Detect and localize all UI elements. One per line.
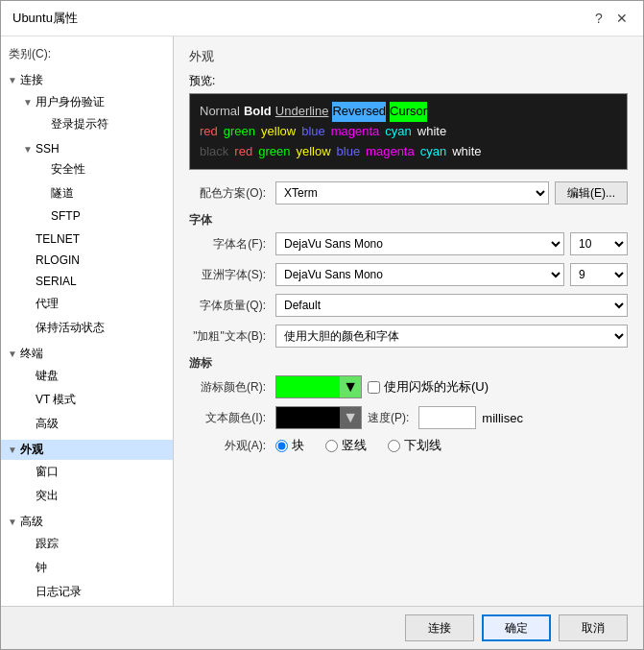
radio-vline[interactable] xyxy=(325,440,338,452)
font-name-row: 字体名(F): DejaVu Sans Mono Courier New 8 9… xyxy=(189,232,628,255)
radio-block-label[interactable]: 块 xyxy=(275,437,304,454)
preview-normal: Normal xyxy=(200,102,240,122)
conn-toggle: ▼ xyxy=(5,75,20,85)
radio-underline-text: 下划线 xyxy=(404,437,441,454)
preview-label: 预览: xyxy=(189,73,628,89)
sidebar-item-sftp[interactable]: SFTP xyxy=(32,205,173,227)
sidebar-item-clock[interactable]: 钟 xyxy=(16,556,173,580)
appearance-row: 外观(A): 块 竖线 下划线 xyxy=(189,437,628,454)
sidebar-item-serial[interactable]: SERIAL xyxy=(16,271,173,292)
speed-input[interactable] xyxy=(418,406,476,429)
sidebar-item-terminal[interactable]: ▼ 终端 键盘 VT 模式 xyxy=(1,342,173,438)
speed-unit: millisec xyxy=(482,411,523,425)
edit-button[interactable]: 编辑(E)... xyxy=(555,181,628,205)
preview-colors-1: red green yellow blue magenta cyan white xyxy=(200,122,617,142)
sidebar-item-auth[interactable]: ▼ 用户身份验证 登录提示符 xyxy=(16,90,173,138)
asian-font-row: 亚洲字体(S): DejaVu Sans Mono 8 9 10 xyxy=(189,263,628,286)
cursor-section-label: 游标 xyxy=(189,355,628,372)
font-size-select[interactable]: 8 9 10 11 12 xyxy=(570,232,628,255)
text-color-button[interactable]: ▼ xyxy=(275,406,362,429)
sidebar-item-keyboard[interactable]: 键盘 xyxy=(16,364,173,388)
sidebar-item-rlogin[interactable]: RLOGIN xyxy=(16,250,173,271)
title-bar: Ubuntu属性 ? ✕ xyxy=(1,1,643,36)
font-name-label: 字体名(F): xyxy=(189,236,275,253)
main-content: 类别(C): ▼ 连接 ▼ 用户身份验证 xyxy=(1,36,643,606)
asian-font-size-select[interactable]: 8 9 10 xyxy=(570,263,628,286)
sidebar: 类别(C): ▼ 连接 ▼ 用户身份验证 xyxy=(1,36,174,606)
sidebar-item-highlight[interactable]: 突出 xyxy=(16,484,173,508)
ok-button[interactable]: 确定 xyxy=(482,614,551,641)
cursor-color-row: 游标颜色(R): ▼ 使用闪烁的光标(U) xyxy=(189,375,628,398)
radio-block[interactable] xyxy=(275,440,288,452)
cancel-button[interactable]: 取消 xyxy=(559,614,628,641)
preview-cursor: Cursor xyxy=(390,102,427,122)
asian-font-select[interactable]: DejaVu Sans Mono xyxy=(275,263,564,286)
bold-text-row: "加粗"文本(B): 使用大胆的颜色和字体 仅使用大胆的颜色 仅使用大胆的字体 xyxy=(189,325,628,348)
preview-bold: Bold xyxy=(244,102,272,122)
sidebar-item-appearance[interactable]: ▼ 外观 窗口 突出 xyxy=(1,438,173,510)
font-name-select[interactable]: DejaVu Sans Mono Courier New xyxy=(275,232,564,255)
auth-children: 登录提示符 xyxy=(32,112,173,136)
preview-colors-2: black red green yellow blue magenta cyan… xyxy=(200,142,617,162)
font-section-label: 字体 xyxy=(189,212,628,229)
close-button[interactable]: ✕ xyxy=(612,9,632,28)
sidebar-item-login-prompt[interactable]: 登录提示符 xyxy=(32,112,173,136)
cursor-color-button[interactable]: ▼ xyxy=(275,375,362,398)
main-panel: 外观 预览: Normal Bold Underline Reversed Cu… xyxy=(174,36,643,606)
sidebar-item-ssh[interactable]: ▼ SSH 安全性 xyxy=(16,138,173,229)
sidebar-item-log[interactable]: 日志记录 xyxy=(16,580,173,604)
text-color-dropdown-arrow: ▼ xyxy=(340,407,361,428)
preview-underline: Underline xyxy=(275,102,329,122)
title-buttons: ? ✕ xyxy=(589,9,632,28)
radio-underline[interactable] xyxy=(388,440,400,452)
cursor-color-label: 游标颜色(R): xyxy=(189,379,275,396)
sidebar-item-advanced-terminal[interactable]: 高级 xyxy=(16,412,173,436)
radio-vline-label[interactable]: 竖线 xyxy=(325,437,367,454)
conn-label[interactable]: ▼ 连接 xyxy=(1,70,173,90)
conn-text: 连接 xyxy=(20,72,43,88)
preview-line1: Normal Bold Underline Reversed Cursor xyxy=(200,102,617,122)
font-quality-row: 字体质量(Q): Default Draft Proof xyxy=(189,294,628,317)
connect-button[interactable]: 连接 xyxy=(405,614,474,641)
radio-block-text: 块 xyxy=(292,437,304,454)
radio-underline-label[interactable]: 下划线 xyxy=(388,437,441,454)
color-scheme-label: 配色方案(O): xyxy=(189,185,275,202)
color-scheme-row: 配色方案(O): XTerm VT100 Linux Custom 编辑(E).… xyxy=(189,181,628,205)
bold-text-label: "加粗"文本(B): xyxy=(189,328,275,345)
blink-checkbox[interactable] xyxy=(368,381,380,394)
sidebar-item-advanced[interactable]: ▼ 高级 跟踪 钟 xyxy=(1,510,173,606)
preview-box: Normal Bold Underline Reversed Cursor re… xyxy=(189,93,628,170)
blink-label: 使用闪烁的光标(U) xyxy=(384,378,489,396)
sidebar-item-telnet[interactable]: TELNET xyxy=(16,229,173,250)
sidebar-item-security[interactable]: 安全性 xyxy=(32,157,173,181)
speed-label: 速度(P): xyxy=(368,410,413,426)
dialog-title: Ubuntu属性 xyxy=(12,10,78,27)
sidebar-item-trace[interactable]: 跟踪 xyxy=(16,532,173,556)
auth-label[interactable]: ▼ 用户身份验证 xyxy=(16,92,173,112)
appearance-label: 外观(A): xyxy=(189,438,275,454)
font-quality-select[interactable]: Default Draft Proof xyxy=(275,294,628,317)
color-scheme-select[interactable]: XTerm VT100 Linux Custom xyxy=(275,181,549,205)
sidebar-item-proxy[interactable]: 代理 xyxy=(16,292,173,316)
preview-section: 预览: Normal Bold Underline Reversed Curso… xyxy=(189,73,628,170)
sidebar-item-window[interactable]: 窗口 xyxy=(16,460,173,484)
font-quality-label: 字体质量(Q): xyxy=(189,298,275,314)
sidebar-item-keepalive[interactable]: 保持活动状态 xyxy=(16,316,173,340)
sidebar-item-conn[interactable]: ▼ 连接 ▼ 用户身份验证 xyxy=(1,68,173,342)
sidebar-item-tunnel[interactable]: 隧道 xyxy=(32,181,173,205)
ssh-label[interactable]: ▼ SSH xyxy=(16,140,173,157)
bold-text-select[interactable]: 使用大胆的颜色和字体 仅使用大胆的颜色 仅使用大胆的字体 xyxy=(275,325,628,348)
blink-checkbox-label[interactable]: 使用闪烁的光标(U) xyxy=(368,378,489,396)
auth-toggle: ▼ xyxy=(20,97,36,108)
asian-font-label: 亚洲字体(S): xyxy=(189,267,275,283)
auth-text: 用户身份验证 xyxy=(36,94,105,110)
dialog-window: Ubuntu属性 ? ✕ 类别(C): ▼ 连接 ▼ xyxy=(0,0,644,650)
panel-title: 外观 xyxy=(189,48,628,65)
help-button[interactable]: ? xyxy=(589,9,608,28)
appearance-text: 外观 xyxy=(20,442,43,458)
text-color-label: 文本颜色(I): xyxy=(189,410,275,426)
sidebar-item-vt[interactable]: VT 模式 xyxy=(16,388,173,412)
text-color-row: 文本颜色(I): ▼ 速度(P): millisec xyxy=(189,406,628,429)
preview-reversed: Reversed xyxy=(332,102,386,122)
radio-vline-text: 竖线 xyxy=(342,437,367,454)
